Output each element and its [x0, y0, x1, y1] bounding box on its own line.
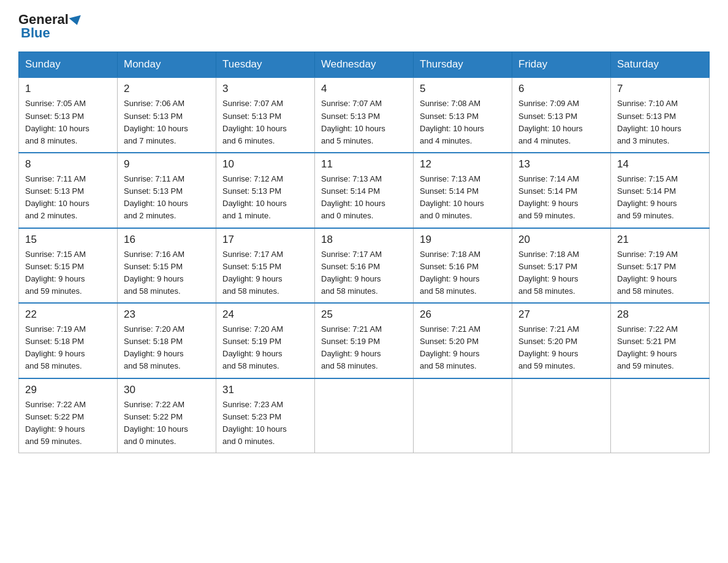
day-info: Sunrise: 7:21 AMSunset: 5:20 PMDaylight:…	[518, 323, 604, 373]
day-info: Sunrise: 7:13 AMSunset: 5:14 PMDaylight:…	[321, 173, 407, 223]
day-info: Sunrise: 7:23 AMSunset: 5:23 PMDaylight:…	[222, 399, 308, 448]
calendar-day-cell: 10 Sunrise: 7:12 AMSunset: 5:13 PMDaylig…	[216, 153, 315, 228]
day-number: 29	[25, 384, 111, 396]
day-number: 2	[124, 83, 210, 95]
day-info: Sunrise: 7:18 AMSunset: 5:16 PMDaylight:…	[420, 248, 506, 298]
calendar-day-cell: 25 Sunrise: 7:21 AMSunset: 5:19 PMDaylig…	[315, 303, 414, 378]
day-number: 4	[321, 83, 407, 95]
day-info: Sunrise: 7:19 AMSunset: 5:18 PMDaylight:…	[25, 323, 111, 373]
calendar-week-row: 1 Sunrise: 7:05 AMSunset: 5:13 PMDayligh…	[19, 77, 710, 153]
calendar-day-cell: 29 Sunrise: 7:22 AMSunset: 5:22 PMDaylig…	[19, 378, 118, 453]
calendar-day-cell: 31 Sunrise: 7:23 AMSunset: 5:23 PMDaylig…	[216, 378, 315, 453]
day-info: Sunrise: 7:07 AMSunset: 5:13 PMDaylight:…	[321, 98, 407, 147]
calendar-dow-sunday: Sunday	[19, 52, 118, 78]
calendar-day-cell: 17 Sunrise: 7:17 AMSunset: 5:15 PMDaylig…	[216, 228, 315, 304]
calendar-day-cell: 6 Sunrise: 7:09 AMSunset: 5:13 PMDayligh…	[512, 77, 611, 153]
day-number: 3	[222, 83, 308, 95]
calendar-dow-tuesday: Tuesday	[216, 52, 315, 78]
day-number: 18	[321, 234, 407, 246]
calendar-day-cell: 7 Sunrise: 7:10 AMSunset: 5:13 PMDayligh…	[611, 77, 710, 153]
day-info: Sunrise: 7:06 AMSunset: 5:13 PMDaylight:…	[124, 98, 210, 147]
calendar-day-cell: 2 Sunrise: 7:06 AMSunset: 5:13 PMDayligh…	[118, 77, 216, 153]
calendar-day-cell: 5 Sunrise: 7:08 AMSunset: 5:13 PMDayligh…	[414, 77, 512, 153]
calendar-week-row: 22 Sunrise: 7:19 AMSunset: 5:18 PMDaylig…	[19, 303, 710, 378]
day-info: Sunrise: 7:15 AMSunset: 5:14 PMDaylight:…	[617, 173, 703, 223]
day-number: 9	[124, 158, 210, 170]
day-number: 7	[617, 83, 703, 95]
day-info: Sunrise: 7:14 AMSunset: 5:14 PMDaylight:…	[518, 173, 604, 223]
calendar-day-cell: 23 Sunrise: 7:20 AMSunset: 5:18 PMDaylig…	[118, 303, 216, 378]
day-info: Sunrise: 7:12 AMSunset: 5:13 PMDaylight:…	[222, 173, 308, 223]
calendar-table: SundayMondayTuesdayWednesdayThursdayFrid…	[18, 52, 710, 453]
day-number: 25	[321, 308, 407, 321]
calendar-day-cell: 12 Sunrise: 7:13 AMSunset: 5:14 PMDaylig…	[414, 153, 512, 228]
day-info: Sunrise: 7:08 AMSunset: 5:13 PMDaylight:…	[420, 98, 506, 147]
day-number: 17	[222, 234, 308, 246]
logo-blue-text: Blue	[21, 26, 50, 40]
logo-arrow-icon	[69, 15, 83, 27]
day-number: 19	[420, 234, 506, 246]
day-info: Sunrise: 7:11 AMSunset: 5:13 PMDaylight:…	[25, 173, 111, 223]
calendar-day-cell	[315, 378, 414, 453]
calendar-header-row: SundayMondayTuesdayWednesdayThursdayFrid…	[19, 52, 710, 78]
day-number: 15	[25, 234, 111, 246]
day-info: Sunrise: 7:15 AMSunset: 5:15 PMDaylight:…	[25, 248, 111, 298]
page-header: General Blue	[18, 12, 710, 40]
calendar-week-row: 29 Sunrise: 7:22 AMSunset: 5:22 PMDaylig…	[19, 378, 710, 453]
day-number: 22	[25, 308, 111, 321]
day-info: Sunrise: 7:19 AMSunset: 5:17 PMDaylight:…	[617, 248, 703, 298]
day-info: Sunrise: 7:05 AMSunset: 5:13 PMDaylight:…	[25, 98, 111, 147]
day-info: Sunrise: 7:22 AMSunset: 5:22 PMDaylight:…	[25, 399, 111, 448]
day-number: 10	[222, 158, 308, 170]
day-info: Sunrise: 7:21 AMSunset: 5:20 PMDaylight:…	[420, 323, 506, 373]
calendar-day-cell: 30 Sunrise: 7:22 AMSunset: 5:22 PMDaylig…	[118, 378, 216, 453]
calendar-day-cell: 28 Sunrise: 7:22 AMSunset: 5:21 PMDaylig…	[611, 303, 710, 378]
calendar-day-cell: 9 Sunrise: 7:11 AMSunset: 5:13 PMDayligh…	[118, 153, 216, 228]
calendar-day-cell: 19 Sunrise: 7:18 AMSunset: 5:16 PMDaylig…	[414, 228, 512, 304]
day-info: Sunrise: 7:20 AMSunset: 5:18 PMDaylight:…	[124, 323, 210, 373]
day-number: 26	[420, 308, 506, 321]
day-number: 12	[420, 158, 506, 170]
day-info: Sunrise: 7:13 AMSunset: 5:14 PMDaylight:…	[420, 173, 506, 223]
day-info: Sunrise: 7:17 AMSunset: 5:16 PMDaylight:…	[321, 248, 407, 298]
calendar-dow-wednesday: Wednesday	[315, 52, 414, 78]
calendar-day-cell: 11 Sunrise: 7:13 AMSunset: 5:14 PMDaylig…	[315, 153, 414, 228]
calendar-day-cell	[414, 378, 512, 453]
calendar-day-cell: 4 Sunrise: 7:07 AMSunset: 5:13 PMDayligh…	[315, 77, 414, 153]
calendar-day-cell: 20 Sunrise: 7:18 AMSunset: 5:17 PMDaylig…	[512, 228, 611, 304]
day-number: 8	[25, 158, 111, 170]
day-info: Sunrise: 7:17 AMSunset: 5:15 PMDaylight:…	[222, 248, 308, 298]
calendar-day-cell	[611, 378, 710, 453]
calendar-day-cell: 21 Sunrise: 7:19 AMSunset: 5:17 PMDaylig…	[611, 228, 710, 304]
calendar-week-row: 15 Sunrise: 7:15 AMSunset: 5:15 PMDaylig…	[19, 228, 710, 304]
day-number: 27	[518, 308, 604, 321]
day-number: 11	[321, 158, 407, 170]
day-info: Sunrise: 7:20 AMSunset: 5:19 PMDaylight:…	[222, 323, 308, 373]
day-number: 23	[124, 308, 210, 321]
day-number: 30	[124, 384, 210, 396]
day-info: Sunrise: 7:07 AMSunset: 5:13 PMDaylight:…	[222, 98, 308, 147]
calendar-dow-saturday: Saturday	[611, 52, 710, 78]
day-number: 5	[420, 83, 506, 95]
calendar-dow-thursday: Thursday	[414, 52, 512, 78]
day-info: Sunrise: 7:09 AMSunset: 5:13 PMDaylight:…	[518, 98, 604, 147]
calendar-dow-friday: Friday	[512, 52, 611, 78]
day-number: 31	[222, 384, 308, 396]
day-info: Sunrise: 7:21 AMSunset: 5:19 PMDaylight:…	[321, 323, 407, 373]
day-info: Sunrise: 7:11 AMSunset: 5:13 PMDaylight:…	[124, 173, 210, 223]
calendar-day-cell: 13 Sunrise: 7:14 AMSunset: 5:14 PMDaylig…	[512, 153, 611, 228]
day-info: Sunrise: 7:22 AMSunset: 5:21 PMDaylight:…	[617, 323, 703, 373]
calendar-day-cell: 16 Sunrise: 7:16 AMSunset: 5:15 PMDaylig…	[118, 228, 216, 304]
day-number: 16	[124, 234, 210, 246]
day-info: Sunrise: 7:22 AMSunset: 5:22 PMDaylight:…	[124, 399, 210, 448]
logo: General Blue	[18, 12, 82, 40]
calendar-day-cell: 14 Sunrise: 7:15 AMSunset: 5:14 PMDaylig…	[611, 153, 710, 228]
day-number: 6	[518, 83, 604, 95]
day-number: 1	[25, 83, 111, 95]
calendar-day-cell: 27 Sunrise: 7:21 AMSunset: 5:20 PMDaylig…	[512, 303, 611, 378]
calendar-day-cell: 26 Sunrise: 7:21 AMSunset: 5:20 PMDaylig…	[414, 303, 512, 378]
calendar-day-cell: 18 Sunrise: 7:17 AMSunset: 5:16 PMDaylig…	[315, 228, 414, 304]
calendar-week-row: 8 Sunrise: 7:11 AMSunset: 5:13 PMDayligh…	[19, 153, 710, 228]
day-info: Sunrise: 7:18 AMSunset: 5:17 PMDaylight:…	[518, 248, 604, 298]
calendar-day-cell: 1 Sunrise: 7:05 AMSunset: 5:13 PMDayligh…	[19, 77, 118, 153]
